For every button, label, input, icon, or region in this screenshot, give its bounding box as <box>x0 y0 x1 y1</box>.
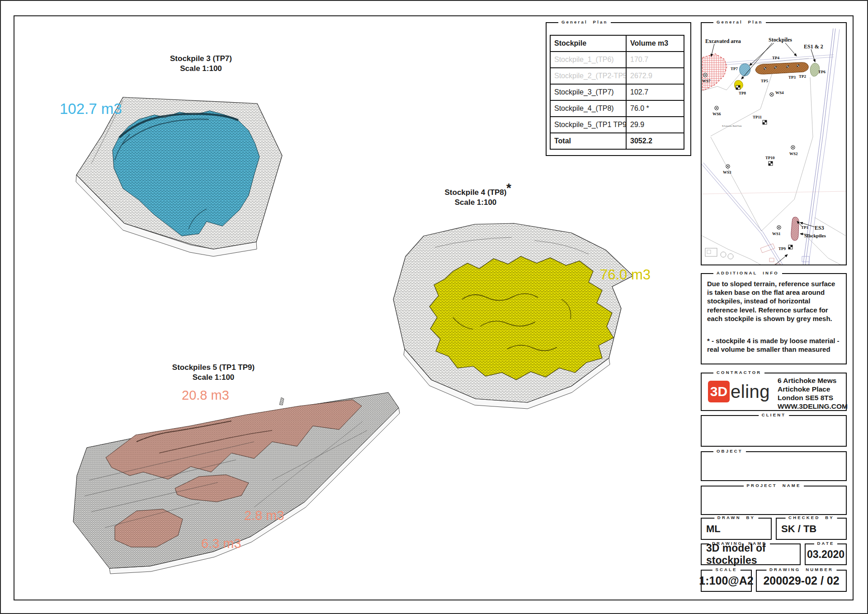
row-name: Stockpile_2_(TP2-TP5) <box>550 68 626 84</box>
ws2-marker <box>791 146 795 149</box>
row-volume: 3052.2 <box>626 133 684 149</box>
map-label-stockpiles-bottom: Stockpiles <box>804 233 826 238</box>
map-label-tp6: TP6 <box>818 70 826 74</box>
map-label-tp1: TP1 <box>801 225 809 230</box>
stockpile-4-asterisk: * <box>506 181 511 195</box>
map-label-stockpiles-top: Stockpiles <box>769 37 792 43</box>
row-volume: 2672.9 <box>626 68 684 84</box>
excavated-area-region <box>703 54 727 90</box>
gcp-marker-tp8 <box>736 85 740 90</box>
map-label-ws7: WS7 <box>702 79 711 83</box>
general-plan-map-panel: General Plan <box>701 22 847 265</box>
row-name: Stockpile_1_(TP6) <box>550 52 626 68</box>
gcp-marker <box>764 67 766 70</box>
stockpile-5-scale: Scale 1:100 <box>159 373 268 383</box>
date-box: DATE 03.2020 <box>805 543 847 565</box>
gcp-marker <box>797 65 799 67</box>
map-label-tp4: TP4 <box>772 56 780 60</box>
stockpile-4-volume-label: 76.0 m3 <box>600 267 651 283</box>
stockpile-4-mesh <box>393 223 633 409</box>
checked-by-box: CHECKED BY SK / TB <box>776 518 847 540</box>
gcp-marker <box>787 66 789 68</box>
additional-info-text: Due to sloped terrain, reference surface… <box>707 279 841 354</box>
info-paragraph-1: Due to sloped terrain, reference surface… <box>707 279 841 323</box>
col-stockpile: Stockpile <box>550 35 626 52</box>
table-row: Stockpile_1_(TP6) 170.7 <box>550 52 684 68</box>
drawing-name-value: 3D model of stockpiles <box>702 544 800 564</box>
row-name: Stockpile_4_(TP8) <box>550 100 626 117</box>
map-stockpile-es3 <box>791 217 799 241</box>
ws3-marker <box>726 165 730 168</box>
stockpile-5-volume-mid-label: 2.8 m3 <box>244 508 284 523</box>
info-paragraph-2: * - stockpile 4 is made by loose materia… <box>707 336 841 354</box>
pink-buildings <box>760 244 780 264</box>
gcp-marker-tp9 <box>788 245 793 249</box>
row-volume: 102.7 <box>626 84 684 100</box>
map-label-tp9: TP9 <box>778 246 786 251</box>
address-line: 6 Artichoke Mews <box>778 377 848 385</box>
table-row: Stockpile_3_(TP7) 102.7 <box>550 84 684 100</box>
logo-3d-mark: 3D <box>708 381 730 402</box>
stockpile-3-name: Stockpile 3 (TP7) <box>141 54 261 64</box>
drawing-name-box: DRAWING NAME 3D model of stockpiles <box>701 543 801 565</box>
map-label-tp8: TP8 <box>739 91 746 95</box>
row-name: Stockpile_3_(TP7) <box>550 84 626 100</box>
gcp-marker-tp11 <box>763 120 767 124</box>
table-row: Stockpile_2_(TP2-TP5) 2672.9 <box>550 68 684 84</box>
client-panel: CLIENT <box>701 415 847 447</box>
map-label-tp10: TP10 <box>765 156 775 160</box>
additional-info-legend: ADDITIONAL INFO <box>713 270 782 275</box>
row-volume: 170.7 <box>626 52 684 68</box>
row-volume: 29.9 <box>626 117 684 133</box>
row-volume: 76.0 * <box>626 100 684 117</box>
map-label-es3: ES3 <box>815 225 824 231</box>
client-legend: CLIENT <box>759 412 789 417</box>
grid-line <box>702 191 846 194</box>
object-panel: OBJECT <box>701 451 847 481</box>
row-name: Stockpile_5_(TP1 TP9) <box>550 117 626 133</box>
drawing-sheet: Stockpile 3 (TP7) Scale 1:100 102.7 m3 S… <box>0 0 868 614</box>
volume-table-panel-legend: General Plan <box>558 19 611 24</box>
volume-table-panel: General Plan Stockpile Volume m3 Stockpi… <box>546 22 691 156</box>
map-label-tp11: TP11 <box>753 115 762 119</box>
stockpile-5-volume-top-label: 20.8 m3 <box>182 388 229 403</box>
gcp-marker-tp10 <box>769 161 773 165</box>
stockpile-4-material <box>429 256 613 380</box>
ws4-marker <box>770 93 774 96</box>
3deling-logo: 3D eling <box>708 381 770 402</box>
additional-info-panel: ADDITIONAL INFO Due to sloped terrain, r… <box>701 273 847 364</box>
table-header-row: Stockpile Volume m3 <box>550 35 684 52</box>
logo-wordmark: eling <box>731 382 770 402</box>
row-name: Total <box>550 133 626 149</box>
stockpile-5-title: Stockpiles 5 (TP1 TP9) Scale 1:100 <box>159 363 268 383</box>
table-total-row: Total 3052.2 <box>550 133 684 149</box>
scale-box: SCALE 1:100@A2 <box>701 570 752 592</box>
map-label-farm: St Lawrence Bush Farm <box>722 125 742 127</box>
ws1-marker <box>777 226 781 229</box>
stockpile-3-mesh <box>76 97 282 256</box>
stockpile-5-name: Stockpiles 5 (TP1 TP9) <box>159 363 268 373</box>
stockpile-5-spike <box>279 397 284 405</box>
address-line: London SE5 8TS <box>778 394 848 402</box>
stockpile-3-scale: Scale 1:100 <box>141 64 261 74</box>
map-stockpile-tp7 <box>740 64 750 76</box>
contractor-panel: CONTRACTOR 3D eling 6 Artichoke Mews Art… <box>701 373 847 411</box>
map-label-tp3: TP3 <box>788 75 796 80</box>
stockpile-5-volume-bottom-label: 6.3 m3 <box>201 536 241 551</box>
map-label-ws6: WS6 <box>712 112 721 116</box>
drawn-by-box: DRAWN BY ML <box>701 518 772 540</box>
map-label-ws2: WS2 <box>789 151 798 156</box>
address-line: Artichoke Place <box>778 385 848 394</box>
table-row: Stockpile_5_(TP1 TP9) 29.9 <box>550 117 684 133</box>
gcp-marker <box>774 66 777 69</box>
table-row: Stockpile_4_(TP8) 76.0 * <box>550 100 684 117</box>
col-volume: Volume m3 <box>626 35 684 52</box>
ws7-marker <box>703 73 707 77</box>
map-label-ws1: WS1 <box>772 231 781 236</box>
drawing-number-value: 200029-02 / 02 <box>757 571 846 591</box>
checked-by-value: SK / TB <box>777 519 846 539</box>
drawn-by-value: ML <box>702 519 771 539</box>
map-panel-legend: General Plan <box>713 19 766 24</box>
map-label-ws3: WS3 <box>723 170 731 175</box>
stockpile-4-scale: Scale 1:100 <box>421 198 530 208</box>
